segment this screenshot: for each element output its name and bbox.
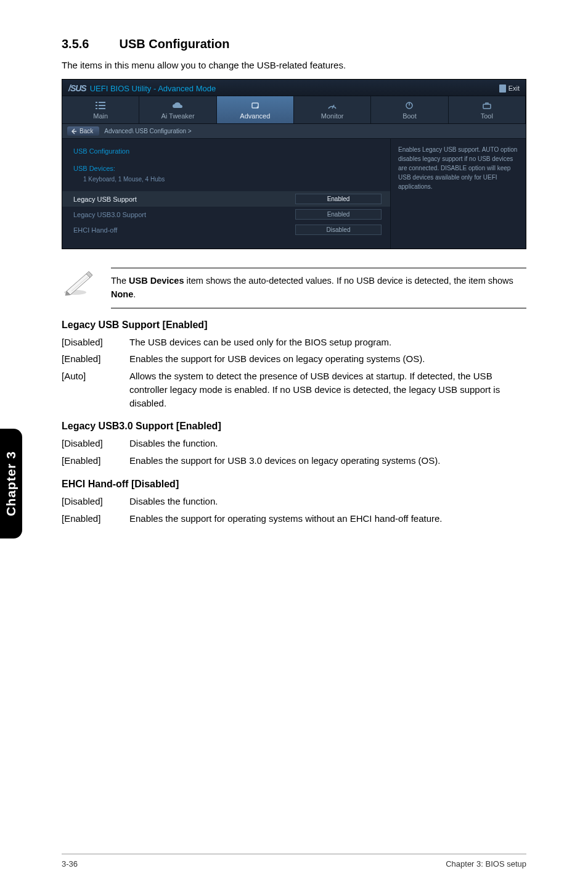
setting-legacy-usb30-support[interactable]: Legacy USB3.0 Support Enabled	[62, 207, 390, 222]
gauge-icon	[327, 101, 338, 110]
setting-label: Legacy USB3.0 Support	[73, 211, 146, 218]
note-block: The USB Devices item shows the auto-dete…	[62, 268, 526, 308]
back-label: Back	[80, 128, 93, 134]
option-desc: Allows the system to detect the presence…	[129, 369, 526, 410]
bios-screenshot: /SUS UEFI BIOS Utility - Advanced Mode E…	[62, 79, 526, 249]
tab-main[interactable]: Main	[62, 96, 139, 123]
legacy-usb-heading: Legacy USB Support [Enabled]	[62, 320, 526, 331]
option-desc: Enables the support for operating system…	[129, 512, 526, 526]
setting-ehci-handoff[interactable]: EHCI Hand-off Disabled	[62, 222, 390, 237]
bios-body: USB Configuration USB Devices: 1 Keyboar…	[62, 139, 526, 249]
option-row: [Enabled] Enables the support for operat…	[62, 512, 526, 526]
option-row: [Enabled] Enables the support for USB de…	[62, 352, 526, 366]
chapter-side-tab: Chapter 3	[0, 429, 22, 538]
ehci-heading: EHCI Hand-off [Disabled]	[62, 479, 526, 490]
setting-label: Legacy USB Support	[73, 196, 137, 203]
tab-boot-label: Boot	[402, 112, 417, 120]
section-intro: The items in this menu allow you to chan…	[62, 60, 526, 70]
power-icon	[404, 101, 415, 110]
usb-configuration-label: USB Configuration	[73, 147, 129, 155]
breadcrumb-path: Advanced\ USB Configuration >	[104, 128, 191, 134]
list-icon	[95, 101, 106, 110]
tab-boot[interactable]: Boot	[371, 96, 448, 123]
option-term: [Enabled]	[62, 352, 129, 366]
tab-advanced-label: Advanced	[240, 112, 270, 120]
option-row: [Enabled] Enables the support for USB 3.…	[62, 454, 526, 468]
option-row: [Auto] Allows the system to detect the p…	[62, 369, 526, 410]
section-heading: 3.5.6 USB Configuration	[62, 37, 526, 51]
tab-ai-tweaker[interactable]: Ai Tweaker	[139, 96, 216, 123]
exit-button[interactable]: Exit	[499, 85, 520, 93]
exit-icon	[499, 85, 506, 93]
tab-monitor-label: Monitor	[321, 112, 344, 120]
bios-settings-panel: USB Configuration USB Devices: 1 Keyboar…	[62, 139, 390, 249]
option-desc: Disables the function.	[129, 437, 526, 450]
usb-configuration-heading: USB Configuration	[62, 145, 390, 157]
bios-tab-strip: Main Ai Tweaker Advanced Monitor	[62, 96, 526, 124]
tab-advanced[interactable]: Advanced	[217, 96, 294, 123]
back-button[interactable]: Back	[67, 126, 99, 136]
tab-tool-label: Tool	[481, 112, 493, 120]
usb-devices-value: 1 Keyboard, 1 Mouse, 4 Hubs	[62, 175, 390, 186]
tab-main-label: Main	[93, 112, 108, 120]
bios-title-bar: /SUS UEFI BIOS Utility - Advanced Mode E…	[62, 80, 526, 96]
option-term: [Enabled]	[62, 454, 129, 468]
option-term: [Disabled]	[62, 495, 129, 508]
usb-devices-label: USB Devices:	[73, 165, 115, 172]
bios-help-panel: Enables Legacy USB support. AUTO option …	[390, 139, 526, 249]
option-row: [Disabled] Disables the function.	[62, 495, 526, 508]
page-footer: 3-36 Chapter 3: BIOS setup	[62, 854, 526, 868]
option-desc: Disables the function.	[129, 495, 526, 508]
legacy-usb30-heading: Legacy USB3.0 Support [Enabled]	[62, 421, 526, 432]
bios-header-left: /SUS UEFI BIOS Utility - Advanced Mode	[68, 83, 216, 93]
tab-monitor[interactable]: Monitor	[294, 96, 371, 123]
help-text: Enables Legacy USB support. AUTO option …	[398, 146, 517, 190]
svg-point-1	[256, 107, 258, 109]
cloud-icon	[172, 101, 183, 110]
tab-ai-tweaker-label: Ai Tweaker	[161, 112, 194, 120]
setting-value[interactable]: Enabled	[295, 209, 382, 220]
footer-chapter: Chapter 3: BIOS setup	[446, 859, 526, 868]
chip-icon	[250, 101, 261, 110]
setting-value[interactable]: Enabled	[295, 194, 382, 204]
usb-devices-heading: USB Devices:	[62, 162, 390, 175]
toolbox-icon	[481, 101, 492, 110]
option-desc: Enables the support for USB devices on l…	[129, 352, 526, 366]
back-arrow-icon	[71, 128, 77, 134]
note-text: The USB Devices item shows the auto-dete…	[111, 268, 526, 308]
option-row: [Disabled] Disables the function.	[62, 437, 526, 450]
option-term: [Enabled]	[62, 512, 129, 526]
setting-legacy-usb-support[interactable]: Legacy USB Support Enabled	[62, 191, 390, 207]
bios-header-title: UEFI BIOS Utility - Advanced Mode	[90, 84, 216, 93]
section-number: 3.5.6	[62, 37, 116, 51]
svg-rect-3	[483, 104, 491, 109]
asus-logo: /SUS	[68, 83, 86, 93]
option-term: [Disabled]	[62, 437, 129, 450]
chapter-side-tab-label: Chapter 3	[4, 451, 18, 516]
option-desc: The USB devices can be used only for the…	[129, 336, 526, 349]
option-term: [Disabled]	[62, 336, 129, 349]
setting-label: EHCI Hand-off	[73, 226, 117, 234]
section-title-text: USB Configuration	[120, 37, 230, 51]
setting-value[interactable]: Disabled	[295, 225, 382, 235]
exit-label: Exit	[508, 85, 520, 92]
option-desc: Enables the support for USB 3.0 devices …	[129, 454, 526, 468]
bios-breadcrumb: Back Advanced\ USB Configuration >	[62, 124, 526, 139]
page-number: 3-36	[62, 859, 78, 868]
pencil-note-icon	[62, 268, 96, 299]
option-term: [Auto]	[62, 369, 129, 410]
option-row: [Disabled] The USB devices can be used o…	[62, 336, 526, 349]
tab-tool[interactable]: Tool	[449, 96, 526, 123]
